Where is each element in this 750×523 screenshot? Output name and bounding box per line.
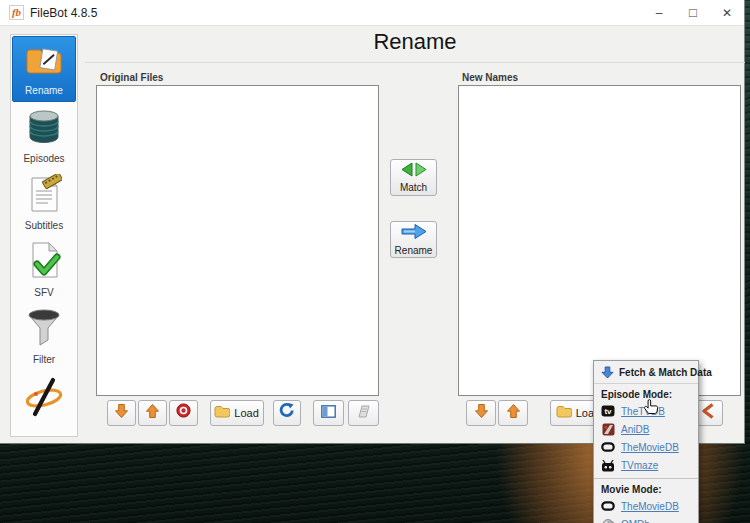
tvmaze-link[interactable]: TVmaze xyxy=(621,460,658,471)
themoviedb-icon xyxy=(601,441,615,454)
subtitles-document-icon xyxy=(26,174,62,218)
original-files-label: Original Files xyxy=(100,72,163,83)
omdb-link[interactable]: OMDb xyxy=(621,519,650,523)
thetvdb-icon: tv xyxy=(601,405,615,418)
rename-button-label: Rename xyxy=(395,245,433,256)
rename-folder-icon xyxy=(24,42,64,83)
anidb-link[interactable]: AniDB xyxy=(621,424,649,435)
themoviedb-icon xyxy=(601,500,615,513)
sidebar-item-label: Rename xyxy=(25,85,63,96)
themoviedb-link[interactable]: TheMovieDB xyxy=(621,442,679,453)
clear-button[interactable] xyxy=(169,400,198,426)
history-icon xyxy=(356,404,371,422)
app-logo-icon: fb xyxy=(9,5,24,20)
menu-item-omdb[interactable]: OMDb xyxy=(594,515,698,523)
svg-text:tv: tv xyxy=(604,407,612,416)
match-button[interactable]: Match xyxy=(390,159,437,196)
menu-item-anidb[interactable]: AniDB xyxy=(594,420,698,438)
move-down-button[interactable] xyxy=(107,400,136,426)
match-arrows-icon xyxy=(401,162,427,181)
red-ball-icon xyxy=(176,403,191,422)
refresh-icon xyxy=(279,403,294,422)
sidebar-item-filter[interactable]: Filter xyxy=(11,303,77,370)
sidebar-item-label: Filter xyxy=(33,354,55,365)
arrow-down-icon xyxy=(475,404,488,422)
menu-item-themoviedb[interactable]: TheMovieDB xyxy=(594,438,698,456)
movie-mode-label: Movie Mode: xyxy=(594,479,698,497)
refresh-button[interactable] xyxy=(273,400,302,426)
move-up-button[interactable] xyxy=(138,400,167,426)
menu-item-themoviedb-movie[interactable]: TheMovieDB xyxy=(594,497,698,515)
window-controls: – □ ✕ xyxy=(642,0,744,26)
close-button[interactable]: ✕ xyxy=(710,0,744,26)
maximize-button[interactable]: □ xyxy=(676,0,710,26)
arrow-up-icon xyxy=(146,404,159,422)
desktop: fb FileBot 4.8.5 – □ ✕ xyxy=(0,0,750,523)
page-title: Rename xyxy=(85,29,745,55)
arrow-down-icon xyxy=(115,404,128,422)
sidebar-item-list[interactable] xyxy=(11,370,77,417)
themoviedb-movie-link[interactable]: TheMovieDB xyxy=(621,501,679,512)
omdb-globe-icon xyxy=(601,518,615,523)
filter-funnel-icon xyxy=(27,308,61,352)
sfv-checkmark-icon xyxy=(26,241,62,285)
sidebar-item-label: Episodes xyxy=(23,153,64,164)
sidebar: Rename Episodes xyxy=(10,34,78,437)
hand-cursor xyxy=(644,399,659,419)
rename-arrow-icon xyxy=(400,223,428,244)
sidebar-item-subtitles[interactable]: Subtitles xyxy=(11,169,77,236)
anidb-icon xyxy=(601,423,615,436)
load-button[interactable]: Load xyxy=(210,400,264,426)
list-wand-icon xyxy=(22,374,66,422)
new-names-label: New Names xyxy=(462,72,518,83)
window-title: FileBot 4.8.5 xyxy=(30,6,97,20)
sidebar-item-label: SFV xyxy=(34,287,53,298)
rename-button[interactable]: Rename xyxy=(390,221,437,258)
episodes-database-icon xyxy=(25,107,63,151)
move-down-button[interactable] xyxy=(466,400,496,426)
header-divider xyxy=(85,62,745,63)
original-files-list[interactable] xyxy=(96,85,379,396)
fetch-match-popup-menu: Fetch & Match Data Episode Mode: tv TheT… xyxy=(593,360,699,523)
menu-item-tvmaze[interactable]: TVmaze xyxy=(594,456,698,474)
new-names-list[interactable] xyxy=(458,85,741,396)
minimize-button[interactable]: – xyxy=(642,0,676,26)
open-panel-button[interactable] xyxy=(313,400,344,426)
move-up-button[interactable] xyxy=(498,400,528,426)
title-bar: fb FileBot 4.8.5 – □ ✕ xyxy=(0,0,744,26)
tvmaze-icon xyxy=(601,459,615,472)
popup-header: Fetch & Match Data xyxy=(594,361,698,384)
original-files-toolbar: Load xyxy=(96,399,379,426)
arrow-up-icon xyxy=(507,404,520,422)
sidebar-item-label: Subtitles xyxy=(25,220,63,231)
history-button[interactable] xyxy=(348,400,379,426)
sidebar-item-sfv[interactable]: SFV xyxy=(11,236,77,303)
panel-icon xyxy=(321,404,336,422)
sidebar-item-episodes[interactable]: Episodes xyxy=(11,102,77,169)
folder-icon xyxy=(214,405,230,420)
popup-header-label: Fetch & Match Data xyxy=(619,367,712,378)
match-button-label: Match xyxy=(400,182,427,193)
sidebar-item-rename[interactable]: Rename xyxy=(12,36,76,102)
chevron-left-icon xyxy=(701,403,715,423)
fetch-download-icon xyxy=(601,366,614,379)
load-button-label: Load xyxy=(234,407,258,419)
folder-icon xyxy=(556,405,572,420)
